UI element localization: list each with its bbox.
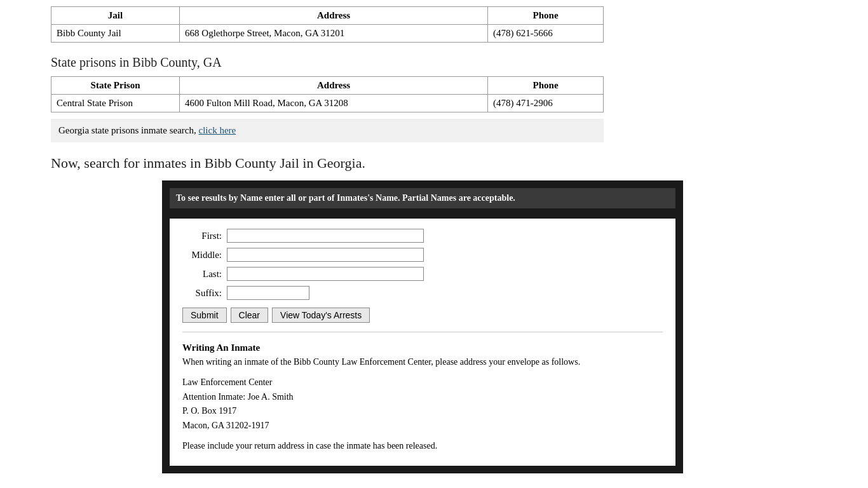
prison-phone-col-header: Phone	[488, 77, 604, 95]
instruction-text: To see results by Name enter all or part…	[176, 193, 515, 203]
address-line-3: P. O. Box 1917	[182, 404, 663, 418]
middle-name-input[interactable]	[227, 248, 424, 262]
first-name-row: First:	[182, 229, 663, 243]
today-arrests-button[interactable]: View Today's Arrests	[272, 308, 370, 323]
page-wrapper: Jail Address Phone Bibb County Jail 668 …	[0, 0, 868, 488]
info-text: Georgia state prisons inmate search,	[58, 125, 199, 135]
table-row: Bibb County Jail 668 Oglethorpe Street, …	[51, 25, 604, 43]
middle-name-row: Middle:	[182, 248, 663, 262]
button-row: Submit Clear View Today's Arrests	[182, 308, 663, 323]
suffix-label: Suffix:	[182, 288, 227, 299]
inmate-search-heading: Now, search for inmates in Bibb County J…	[51, 155, 817, 172]
clear-button[interactable]: Clear	[231, 308, 268, 323]
state-prisons-info-bar: Georgia state prisons inmate search, cli…	[51, 119, 604, 142]
click-here-link[interactable]: click here	[199, 125, 236, 135]
search-instruction-bar: To see results by Name enter all or part…	[170, 188, 675, 208]
state-prison-table: State Prison Address Phone Central State…	[51, 76, 604, 112]
last-name-input[interactable]	[227, 267, 424, 281]
writing-note: Please include your return address in ca…	[182, 439, 663, 453]
prison-address-cell: 4600 Fulton Mill Road, Macon, GA 31208	[180, 95, 488, 112]
last-label: Last:	[182, 269, 227, 280]
address-line-1: Law Enforcement Center	[182, 376, 663, 390]
jail-table-wrapper: Jail Address Phone Bibb County Jail 668 …	[51, 6, 817, 43]
writing-description: When writing an inmate of the Bibb Count…	[182, 355, 663, 369]
address-block: Law Enforcement Center Attention Inmate:…	[182, 376, 663, 433]
jail-phone-cell: (478) 621-5666	[488, 25, 604, 43]
prison-address-col-header: Address	[180, 77, 488, 95]
writing-title: Writing An Inmate	[182, 340, 663, 355]
search-container: To see results by Name enter all or part…	[162, 180, 683, 473]
suffix-input[interactable]	[227, 286, 309, 300]
divider	[182, 332, 663, 332]
table-row: Central State Prison 4600 Fulton Mill Ro…	[51, 95, 604, 112]
prison-col-header: State Prison	[51, 77, 180, 95]
prison-phone-cell: (478) 471-2906	[488, 95, 604, 112]
jail-table: Jail Address Phone Bibb County Jail 668 …	[51, 6, 604, 43]
address-col-header: Address	[180, 7, 488, 25]
middle-label: Middle:	[182, 250, 227, 261]
prison-name-cell: Central State Prison	[51, 95, 180, 112]
writing-section: Writing An Inmate When writing an inmate…	[182, 340, 663, 453]
state-prisons-heading: State prisons in Bibb County, GA	[51, 55, 817, 70]
last-name-row: Last:	[182, 267, 663, 281]
jail-address-cell: 668 Oglethorpe Street, Macon, GA 31201	[180, 25, 488, 43]
address-line-2: Attention Inmate: Joe A. Smith	[182, 390, 663, 404]
first-label: First:	[182, 231, 227, 241]
address-line-4: Macon, GA 31202-1917	[182, 419, 663, 433]
jail-col-header: Jail	[51, 7, 180, 25]
content-area: Jail Address Phone Bibb County Jail 668 …	[0, 0, 868, 486]
phone-col-header: Phone	[488, 7, 604, 25]
jail-name-cell: Bibb County Jail	[51, 25, 180, 43]
form-area: First: Middle: Last: Suffix:	[170, 219, 675, 466]
submit-button[interactable]: Submit	[182, 308, 227, 323]
suffix-row: Suffix:	[182, 286, 663, 300]
first-name-input[interactable]	[227, 229, 424, 243]
